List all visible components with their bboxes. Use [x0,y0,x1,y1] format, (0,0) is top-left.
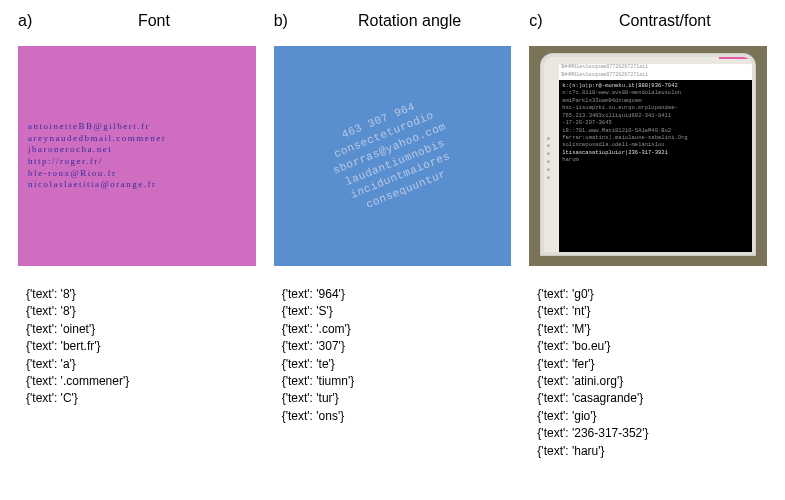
column-c: c) Contrast/font $#4M0les1asquam87726297… [529,12,767,488]
panel-a-line: nicolaslaetitia@orange.fr [28,179,166,191]
phone-frame: $#4M0les1asquam87726297271aii $#4M0les1a… [541,54,755,255]
terminal-line: solisceposadla.odeli-melanislou [562,141,749,148]
output-line: {'text': '307'} [282,338,512,355]
column-a: a) Font antoinetteBB@gilbert.fr areynaud… [18,12,256,488]
terminal-line: i8::78l.www.Maci81210-SA1eM40.Bu2 [562,127,749,134]
terminal-line: 765.213.3493xilliquid602-341-8411 [562,112,749,119]
terminal-line: n:c?c.8118-www.avs88-mendolaleosolun [562,89,749,96]
panel-a-text: antoinetteBB@gilbert.fr areynaudedbmail.… [28,121,166,191]
output-line: {'text': 'bo.eu'} [537,338,767,355]
terminal-line: ltisascasatiopluior|236-317-3921 [562,149,749,156]
label-c: c) [529,12,542,30]
panel-a-line: jbaronerocha.net [28,144,166,156]
output-line: {'text': 'oinet'} [26,321,256,338]
pink-accent [719,56,749,59]
terminal: k:(n:)o|p:r@-moneku.it|888|936-7042 n:c?… [559,80,752,255]
output-line: {'text': 'nt'} [537,303,767,320]
column-b: b) Rotation angle 463 307 964 consectetu… [274,12,512,488]
screen-top-line: $#4M0les1asquam87726297271aii [559,64,752,72]
output-line: {'text': 'gio'} [537,408,767,425]
output-line: {'text': 'ons'} [282,408,512,425]
panel-a-line: areynaudedbmail.commener [28,133,166,145]
output-line: {'text': '8'} [26,303,256,320]
header-b: b) Rotation angle [274,12,512,36]
panel-b-text: 463 307 964 consecteturodio sborras@yaho… [320,92,465,220]
output-b: {'text': '964'} {'text': 'S'} {'text': '… [274,286,512,425]
terminal-line: ferrar:omatins|.maiolaone-sabelini.Org [562,134,749,141]
output-line: {'text': 'fer'} [537,356,767,373]
label-b: b) [274,12,288,30]
terminal-line: emiParkls33uwm94dzumquam [562,97,749,104]
title-a: Font [52,12,255,30]
panel-a-line: ble-roux@Riou.fr [28,168,166,180]
output-line: {'text': 'casagrande'} [537,390,767,407]
output-a: {'text': '8'} {'text': '8'} {'text': 'oi… [18,286,256,408]
panel-a-line: http://roger.fr/ [28,156,166,168]
output-line: {'text': 'C'} [26,390,256,407]
label-a: a) [18,12,32,30]
output-line: {'text': 'tur'} [282,390,512,407]
terminal-line: harum [562,156,749,163]
header-c: c) Contrast/font [529,12,767,36]
header-a: a) Font [18,12,256,36]
output-line: {'text': 'g0'} [537,286,767,303]
output-line: {'text': 'haru'} [537,443,767,460]
title-c: Contrast/font [563,12,767,30]
output-line: {'text': 'te'} [282,356,512,373]
output-line: {'text': 'bert.fr'} [26,338,256,355]
terminal-line: hsc-iisompzki.su.eurqu.mrplupandae- [562,104,749,111]
output-line: {'text': '.commener'} [26,373,256,390]
panel-contrast: $#4M0les1asquam87726297271aii $#4M0les1a… [529,46,767,266]
screen-top-line: $#4M0les1asquam87726297271aii [559,72,752,80]
output-line: {'text': 'a'} [26,356,256,373]
title-b: Rotation angle [308,12,511,30]
speaker-grille [545,137,551,179]
output-line: {'text': '236-317-352'} [537,425,767,442]
output-line: {'text': '.com'} [282,321,512,338]
output-line: {'text': 'S'} [282,303,512,320]
terminal-line: -17-20-207-3645 [562,119,749,126]
output-line: {'text': 'atini.org'} [537,373,767,390]
output-line: {'text': 'M'} [537,321,767,338]
output-line: {'text': '964'} [282,286,512,303]
output-line: {'text': '8'} [26,286,256,303]
output-line: {'text': 'tiumn'} [282,373,512,390]
terminal-line: k:(n:)o|p:r@-moneku.it|888|936-7042 [562,82,749,89]
phone-screen: $#4M0les1asquam87726297271aii $#4M0les1a… [559,64,752,255]
panel-rotation: 463 307 964 consecteturodio sborras@yaho… [274,46,512,266]
panel-a-line: antoinetteBB@gilbert.fr [28,121,166,133]
panel-font: antoinetteBB@gilbert.fr areynaudedbmail.… [18,46,256,266]
output-c: {'text': 'g0'} {'text': 'nt'} {'text': '… [529,286,767,460]
